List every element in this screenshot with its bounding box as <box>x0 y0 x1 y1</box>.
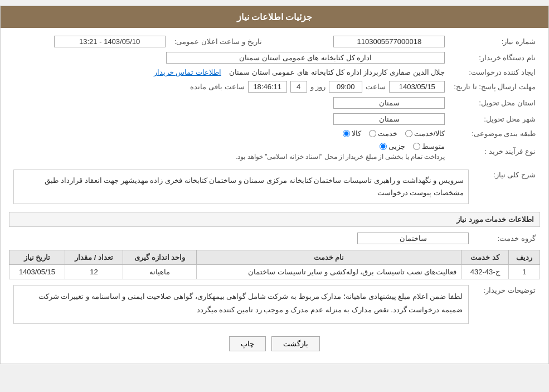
category-option-2[interactable]: خدمت <box>369 129 397 138</box>
deadline-date-box: 1403/05/15 <box>389 81 445 93</box>
services-table: ردیف کد خدمت نام خدمت واحد اندازه گیری ت… <box>9 250 540 279</box>
creator-contact-link[interactable]: اطلاعات تماس خریدار <box>154 68 221 76</box>
province-input: سمنان <box>333 97 445 109</box>
process-type-note: پرداخت تمام یا بخشی از مبلغ خریدار از مح… <box>236 153 445 161</box>
category-label: طبقه بندی موضوعی: <box>449 127 540 140</box>
general-desc-value: سرویس و نگهداشت و راهبری تاسیسات ساختمان… <box>9 167 473 206</box>
send-date-row: 1403/05/15 ساعت 09:00 روز و 4 18:46:11 س… <box>9 79 449 95</box>
city-input: سمنان <box>333 113 445 125</box>
col-header-qty: تعداد / مقدار <box>65 250 123 265</box>
row-code: ج-43-432 <box>461 265 509 279</box>
service-group-label: گروه خدمت: <box>473 230 540 246</box>
buyer-notes-value: لطفا ضمن اعلام مبلغ پیشنهادی ماهیانه؛ مد… <box>9 283 473 326</box>
city-label: شهر محل تحویل: <box>449 111 540 127</box>
need-number-label: شماره نیاز: <box>449 33 540 50</box>
service-group-value: ساختمان <box>9 230 473 246</box>
buyer-notes-label: توضیحات خریدار: <box>473 283 540 326</box>
creator-name: جلال الدین صفاری کاربرداز اداره کل کتابخ… <box>229 68 445 76</box>
city-value: سمنان <box>9 111 449 127</box>
col-header-code: کد خدمت <box>461 250 509 265</box>
deadline-day-box: 4 <box>290 81 307 93</box>
row-number: 1 <box>509 265 540 279</box>
creator-value: جلال الدین صفاری کاربرداز اداره کل کتابخ… <box>9 66 449 79</box>
col-header-date: تاریخ نیاز <box>9 250 65 265</box>
buyer-org-input: اداره کل کتابخانه های عمومی استان سمنان <box>166 52 445 64</box>
print-button[interactable]: چاپ <box>229 336 266 351</box>
row-unit: ماهیانه <box>123 265 197 279</box>
bottom-buttons: بازگشت چاپ <box>9 330 540 358</box>
process-type-option-1[interactable]: جزیی <box>380 142 405 151</box>
general-desc-label: شرح کلی نیاز: <box>473 167 540 206</box>
process-type-option-2[interactable]: متوسط <box>413 142 445 151</box>
need-number-input: 1103005577000018 <box>333 36 445 47</box>
service-group-input: ساختمان <box>357 233 469 244</box>
page-header: جزئیات اطلاعات نیاز <box>1 6 548 28</box>
page-title: جزئیات اطلاعات نیاز <box>237 12 313 22</box>
province-value: سمنان <box>9 95 449 111</box>
deadline-time-box: 09:00 <box>329 81 362 93</box>
general-desc-box: سرویس و نگهداشت و راهبری تاسیسات ساختمان… <box>13 170 469 204</box>
creator-label: ایجاد کننده درخواست: <box>449 66 540 79</box>
send-date-label: مهلت ارسال پاسخ: تا تاریخ: <box>449 79 540 95</box>
row-name: فعالیت‌های نصب تاسیسات برق، لوله‌کشی و س… <box>196 265 461 279</box>
process-type-label: نوع فرآیند خرید : <box>449 140 540 163</box>
process-type-row: متوسط جزیی پرداخت تمام یا بخشی از مبلغ خ… <box>9 140 449 163</box>
category-option-1[interactable]: کالا <box>343 129 361 138</box>
need-number-value: 1103005577000018 <box>289 33 450 50</box>
services-section-title: اطلاعات خدمات مورد نیاز <box>9 212 540 227</box>
row-quantity: 12 <box>65 265 123 279</box>
buyer-org-label: نام دستگاه خریدار: <box>449 50 540 66</box>
public-date-label: تاریخ و ساعت اعلان عمومی: <box>170 33 266 50</box>
province-label: استان محل تحویل: <box>449 95 540 111</box>
buyer-org-value: اداره کل کتابخانه های عمومی استان سمنان <box>9 50 449 66</box>
time-label: ساعت <box>366 83 386 91</box>
day-label: روز و <box>310 83 326 91</box>
category-option-3[interactable]: کالا/خدمت <box>405 129 445 138</box>
col-header-name: نام خدمت <box>196 250 461 265</box>
remaining-time-box: 18:46:11 <box>248 81 287 93</box>
table-row: 1 ج-43-432 فعالیت‌های نصب تاسیسات برق، ل… <box>9 265 540 279</box>
col-header-row: ردیف <box>509 250 540 265</box>
public-date-input: 1403/05/10 - 13:21 <box>54 36 166 47</box>
buyer-notes-box: لطفا ضمن اعلام مبلغ پیشنهادی ماهیانه؛ مد… <box>13 285 469 324</box>
category-radio-group: کالا/خدمت خدمت کالا <box>9 127 449 140</box>
row-date: 1403/05/15 <box>9 265 65 279</box>
back-button[interactable]: بازگشت <box>271 336 320 351</box>
public-date-value: 1403/05/10 - 13:21 <box>9 33 170 50</box>
remaining-time-label: ساعت باقی مانده <box>190 83 244 91</box>
col-header-unit: واحد اندازه گیری <box>123 250 197 265</box>
